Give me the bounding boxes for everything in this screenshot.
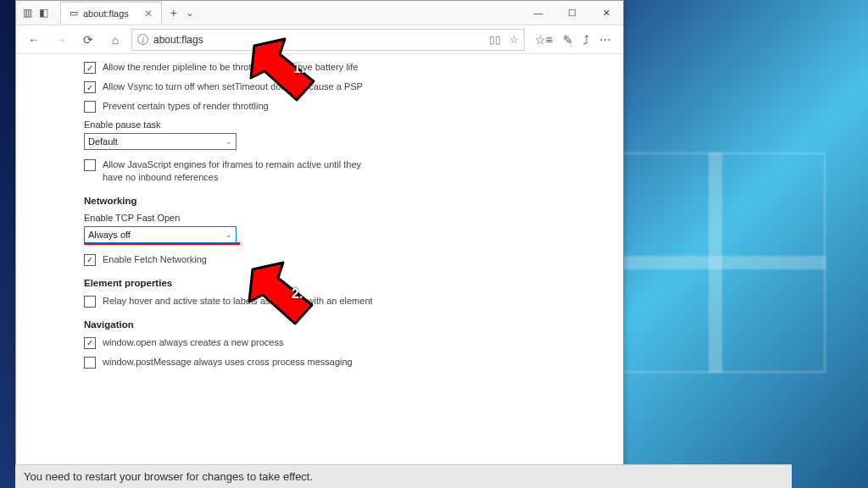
checkbox[interactable] xyxy=(84,101,96,113)
titlebar: ▥ ◧ ▭ about:flags ✕ + ⌄ — ☐ ✕ xyxy=(16,1,623,25)
chevron-down-icon: ⌄ xyxy=(225,230,232,239)
tab-sidebar-icon[interactable]: ◧ xyxy=(39,7,48,19)
favorites-hub-icon[interactable]: ☆≡ xyxy=(535,33,553,47)
reading-view-icon[interactable]: ▯▯ xyxy=(489,34,501,46)
select-dropdown[interactable]: Default⌄ xyxy=(84,133,236,150)
setting-label: Enable TCP Fast Open xyxy=(84,213,623,223)
share-icon[interactable]: ⤴ xyxy=(583,33,589,47)
checkbox-label: Allow Vsync to turn off when setTimeout … xyxy=(103,80,363,93)
section-header: Navigation xyxy=(84,319,623,330)
checkbox[interactable] xyxy=(84,62,96,74)
minimize-button[interactable]: — xyxy=(521,1,555,25)
tab-preview-icons[interactable]: ▥ ◧ xyxy=(16,7,55,19)
chevron-down-icon: ⌄ xyxy=(225,137,232,146)
checkbox-label: Allow the render pipleline to be throttl… xyxy=(103,61,358,74)
forward-button: → xyxy=(50,33,72,47)
checkbox[interactable] xyxy=(84,296,96,308)
select-dropdown[interactable]: Always off⌄ xyxy=(84,226,236,243)
checkbox-row: Allow Vsync to turn off when setTimeout … xyxy=(84,80,623,93)
select-value: Always off xyxy=(88,230,131,240)
checkbox-row: Enable Fetch Networking xyxy=(84,253,623,266)
toolbar: ← → ⟳ ⌂ i about:flags ▯▯ ☆ ☆≡ ✎ ⤴ ⋯ xyxy=(16,25,623,54)
maximize-button[interactable]: ☐ xyxy=(555,1,589,25)
section-header: Networking xyxy=(84,196,623,206)
checkbox-row: window.open always creates a new process xyxy=(84,336,623,349)
close-window-button[interactable]: ✕ xyxy=(589,1,623,25)
close-tab-icon[interactable]: ✕ xyxy=(144,8,153,19)
tab-preview-icon[interactable]: ▥ xyxy=(23,7,32,19)
tab-title: about:flags xyxy=(83,8,129,19)
checkbox-label: window.postMessage always uses cross pro… xyxy=(103,356,353,369)
restart-message: You need to restart your browser for cha… xyxy=(24,470,313,483)
restart-notice-bar: You need to restart your browser for cha… xyxy=(15,464,792,488)
favorite-star-icon[interactable]: ☆ xyxy=(509,34,519,46)
desktop-windows-logo xyxy=(605,152,826,373)
checkbox-row: Allow the render pipleline to be throttl… xyxy=(84,61,623,74)
checkbox-label: Prevent certain types of render throttli… xyxy=(103,100,269,113)
checkbox-label: Allow JavaScript engines for iframes to … xyxy=(103,158,382,184)
checkbox-row: Relay hover and active state to labels a… xyxy=(84,295,623,308)
back-button[interactable]: ← xyxy=(23,33,45,47)
checkbox-label: Relay hover and active state to labels a… xyxy=(103,295,373,308)
page-content[interactable]: Allow the render pipleline to be throttl… xyxy=(16,54,623,470)
section-header: Element properties xyxy=(84,278,623,288)
new-tab-button[interactable]: + xyxy=(162,6,186,19)
checkbox[interactable] xyxy=(84,81,96,93)
site-info-icon[interactable]: i xyxy=(137,34,148,45)
setting-label: Enable pause task xyxy=(84,119,623,130)
browser-window: ▥ ◧ ▭ about:flags ✕ + ⌄ — ☐ ✕ ← → ⟳ ⌂ i … xyxy=(15,0,624,471)
tabs-chevron-icon[interactable]: ⌄ xyxy=(186,7,194,19)
browser-tab[interactable]: ▭ about:flags ✕ xyxy=(60,2,162,24)
checkbox[interactable] xyxy=(84,159,96,171)
select-value: Default xyxy=(88,136,118,147)
url-text: about:flags xyxy=(153,34,203,46)
page-icon: ▭ xyxy=(70,8,78,19)
checkbox-label: Enable Fetch Networking xyxy=(103,253,207,266)
home-button[interactable]: ⌂ xyxy=(104,33,126,47)
checkbox[interactable] xyxy=(84,357,96,369)
checkbox[interactable] xyxy=(84,254,96,266)
checkbox[interactable] xyxy=(84,337,96,349)
checkbox-row: Prevent certain types of render throttli… xyxy=(84,100,623,113)
address-bar[interactable]: i about:flags ▯▯ ☆ xyxy=(131,29,525,51)
checkbox-label: window.open always creates a new process xyxy=(103,336,283,349)
checkbox-row: window.postMessage always uses cross pro… xyxy=(84,356,623,369)
refresh-button[interactable]: ⟳ xyxy=(77,33,99,47)
checkbox-row: Allow JavaScript engines for iframes to … xyxy=(84,158,623,184)
more-icon[interactable]: ⋯ xyxy=(599,33,611,47)
notes-icon[interactable]: ✎ xyxy=(563,33,573,47)
